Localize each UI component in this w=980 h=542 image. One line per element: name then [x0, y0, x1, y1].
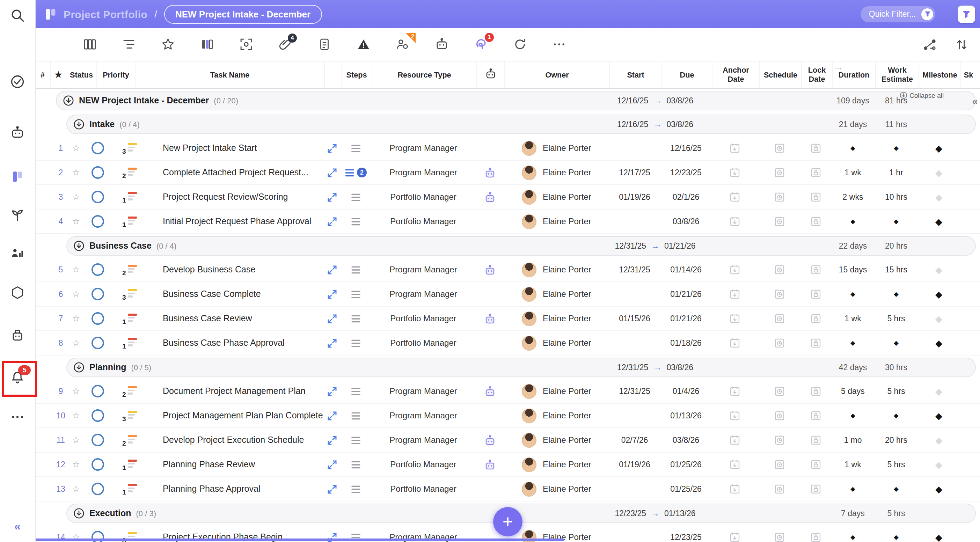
horizontal-scrollbar[interactable]	[35, 539, 565, 541]
automation-bot-icon[interactable]	[476, 379, 504, 403]
work-estimate-cell[interactable]: ◆	[875, 331, 918, 355]
work-estimate-cell[interactable]: ◆	[875, 210, 918, 233]
collapse-panel-icon[interactable]: «	[972, 89, 978, 113]
status-circle[interactable]	[84, 210, 112, 233]
due-date[interactable]: 01/18/26	[661, 331, 711, 355]
task-row[interactable]: 12☆1Planning Phase ReviewPortfolio Manag…	[35, 453, 980, 477]
my-tasks-icon[interactable]	[9, 73, 26, 90]
schedule-icon[interactable]	[759, 331, 800, 355]
priority-indicator[interactable]: 1	[112, 331, 148, 355]
lock-date-icon[interactable]	[800, 477, 831, 501]
work-estimate-cell[interactable]: 1 hr	[875, 161, 918, 184]
owner-cell[interactable]: Elaine Porter	[504, 185, 608, 209]
task-row[interactable]: 8☆1Business Case Phase ApprovalPortfolio…	[35, 331, 980, 356]
automation-bot-icon[interactable]	[476, 185, 504, 209]
priority-indicator[interactable]: 1	[112, 453, 148, 476]
work-estimate-cell[interactable]: ◆	[875, 404, 918, 428]
start-date[interactable]: 12/31/25	[608, 379, 661, 403]
status-circle[interactable]	[84, 477, 112, 501]
more-icon[interactable]	[9, 408, 26, 425]
due-date[interactable]: 01/4/26	[661, 379, 711, 403]
group-title[interactable]: Planning(0 / 5)	[73, 356, 151, 379]
start-date[interactable]: 12/17/25	[608, 161, 661, 184]
expand-task-icon[interactable]	[323, 331, 340, 355]
anchor-date-icon[interactable]	[711, 453, 759, 476]
start-date[interactable]: 02/7/26	[608, 428, 661, 452]
priority-indicator[interactable]: 2	[112, 379, 148, 403]
status-circle[interactable]	[84, 307, 112, 331]
add-task-button[interactable]: +	[493, 507, 522, 536]
col-work-estimate[interactable]: WorkEstimate	[875, 62, 918, 88]
col-steps[interactable]: Steps	[341, 62, 372, 88]
schedule-icon[interactable]	[759, 258, 800, 281]
dependencies-icon[interactable]	[923, 37, 937, 51]
owner-cell[interactable]: Elaine Porter	[504, 307, 608, 331]
work-estimate-cell[interactable]: 15 hrs	[875, 258, 918, 281]
steps-icon[interactable]	[340, 379, 371, 403]
task-row[interactable]: 4☆1Initial Project Request Phase Approva…	[35, 210, 980, 234]
work-estimate-cell[interactable]: 5 hrs	[875, 453, 918, 476]
start-date[interactable]: 12/31/25	[608, 258, 661, 281]
resource-type[interactable]: Portfolio Manager	[371, 307, 476, 331]
outline-view-icon[interactable]	[109, 33, 148, 56]
duration-cell[interactable]: ◆	[831, 282, 875, 306]
task-name[interactable]: New Project Intake Start	[148, 136, 323, 160]
priority-indicator[interactable]: 3	[112, 404, 148, 428]
steps-icon[interactable]	[340, 258, 371, 281]
schedule-icon[interactable]	[759, 525, 800, 542]
milestone-diamond[interactable]: ◆	[918, 307, 960, 331]
status-circle[interactable]	[84, 136, 112, 160]
expand-task-icon[interactable]	[323, 136, 340, 160]
col-automation[interactable]	[476, 62, 504, 88]
owner-cell[interactable]: Elaine Porter	[504, 331, 608, 355]
lock-date-icon[interactable]	[800, 525, 831, 542]
milestone-diamond[interactable]: ◆	[918, 282, 960, 306]
col-duration[interactable]: …Duration	[832, 62, 875, 88]
steps-icon[interactable]	[340, 307, 371, 331]
favorite-star-icon[interactable]: ☆	[68, 161, 84, 184]
duration-cell[interactable]: 15 days	[831, 258, 875, 281]
resources-icon[interactable]	[9, 245, 26, 262]
milestone-diamond[interactable]: ◆	[918, 404, 960, 428]
lock-date-icon[interactable]	[800, 453, 831, 476]
start-date[interactable]	[608, 404, 661, 428]
lock-date-icon[interactable]	[800, 428, 831, 452]
resource-type[interactable]: Portfolio Manager	[371, 210, 476, 233]
task-row[interactable]: 2☆2Complete Attached Project Request...2…	[35, 161, 980, 185]
milestone-diamond[interactable]: ◆	[918, 258, 960, 281]
task-name[interactable]: Business Case Review	[148, 307, 323, 331]
work-estimate-cell[interactable]: ◆	[875, 136, 918, 160]
resource-type[interactable]: Program Manager	[371, 404, 476, 428]
automation-bot-icon[interactable]	[476, 307, 504, 331]
priority-indicator[interactable]: 1	[112, 185, 148, 209]
anchor-date-icon[interactable]	[711, 258, 759, 281]
status-circle[interactable]	[84, 161, 112, 184]
favorites-star-icon[interactable]	[148, 33, 187, 56]
schedule-icon[interactable]	[759, 282, 800, 306]
due-date[interactable]: 01/25/26	[661, 453, 711, 476]
automations-icon[interactable]	[9, 124, 26, 141]
project-name-pill[interactable]: NEW Project Intake - December	[164, 5, 322, 24]
work-estimate-cell[interactable]: 10 hrs	[875, 185, 918, 209]
collapse-group-icon[interactable]	[73, 119, 84, 130]
workflow-lasso-icon[interactable]: 1	[461, 33, 500, 56]
priority-indicator[interactable]: 3	[112, 136, 148, 160]
duration-cell[interactable]: 1 wk	[831, 161, 875, 184]
start-date[interactable]	[608, 136, 661, 160]
milestone-diamond[interactable]: ◆	[918, 185, 960, 209]
status-circle[interactable]	[84, 379, 112, 403]
due-date[interactable]: 01/14/26	[661, 258, 711, 281]
search-icon[interactable]	[9, 7, 26, 24]
lock-date-icon[interactable]	[800, 307, 831, 331]
status-circle[interactable]	[84, 404, 112, 428]
expand-task-icon[interactable]	[323, 258, 340, 281]
duration-cell[interactable]: ◆	[831, 477, 875, 501]
col-owner[interactable]: Owner	[504, 62, 609, 88]
growth-icon[interactable]	[9, 207, 26, 224]
steps-icon[interactable]	[340, 453, 371, 476]
duration-cell[interactable]: 1 wk	[831, 453, 875, 476]
duration-cell[interactable]: ◆	[831, 331, 875, 355]
col-resource-type[interactable]: Resource Type	[372, 62, 476, 88]
status-circle[interactable]	[84, 453, 112, 476]
steps-icon[interactable]	[340, 428, 371, 452]
